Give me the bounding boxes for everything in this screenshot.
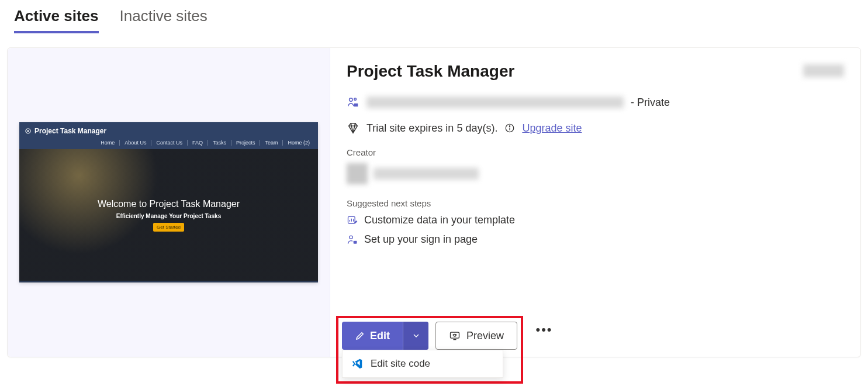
svg-rect-10	[354, 240, 357, 243]
thumb-hero-sub: Efficiently Manage Your Project Tasks	[116, 213, 222, 219]
actions-row: Edit	[336, 316, 558, 384]
more-button[interactable]: •••	[530, 316, 558, 344]
upgrade-link[interactable]: Upgrade site	[522, 122, 582, 135]
edit-dropdown: Edit site code	[342, 350, 503, 378]
creator-name-blur: ■■■■■■■■■■■■	[374, 168, 479, 180]
edit-split-button: Edit	[342, 322, 428, 350]
tabs: Active sites Inactive sites	[0, 0, 868, 33]
thumb-nav: Home About Us Contact Us FAQ Tasks Proje…	[25, 135, 312, 149]
svg-point-9	[350, 236, 352, 239]
ellipsis-icon: •••	[535, 322, 552, 337]
creator-row: ■■■■■■■■■■■■	[347, 163, 844, 184]
suggested-label: Suggested next steps	[347, 198, 844, 208]
vscode-icon	[351, 357, 364, 370]
people-lock-icon	[347, 96, 359, 109]
svg-point-1	[27, 130, 29, 132]
thumb-cta: Get Started	[153, 223, 184, 232]
thumb-hero-title: Welcome to Project Task Manager	[98, 199, 240, 209]
info-icon[interactable]	[504, 123, 515, 133]
pencil-icon	[355, 330, 365, 341]
edit-site-code-item[interactable]: Edit site code	[343, 350, 503, 377]
top-right-blur	[803, 64, 844, 77]
details-panel: Project Task Manager ■■■■■■■■■■■■■■■■■■■…	[330, 48, 860, 357]
site-card: Project Task Manager Home About Us Conta…	[7, 47, 861, 357]
svg-point-2	[350, 98, 353, 102]
chart-edit-icon	[347, 215, 358, 226]
trial-text: Trial site expires in 5 day(s).	[366, 122, 497, 135]
owner-row: ■■■■■■■■■■■■■■■■■■■■■■■■■■■■■■■■■ - Priv…	[347, 96, 844, 109]
edit-site-code-label: Edit site code	[371, 358, 430, 370]
thumb-title: Project Task Manager	[25, 127, 312, 135]
site-title: Project Task Manager	[347, 62, 844, 81]
tab-active-sites[interactable]: Active sites	[14, 7, 99, 33]
chevron-down-icon	[411, 331, 421, 340]
highlight-annotation: Edit	[336, 316, 523, 384]
visibility-suffix: - Private	[631, 96, 670, 109]
step-customize[interactable]: Customize data in your template	[347, 214, 844, 226]
edit-label: Edit	[370, 330, 390, 342]
tab-inactive-sites[interactable]: Inactive sites	[120, 7, 208, 33]
preview-label: Preview	[466, 330, 504, 342]
creator-label: Creator	[347, 147, 844, 157]
svg-rect-11	[451, 332, 459, 338]
step-signin-label: Set up your sign in page	[364, 233, 478, 246]
diamond-icon	[347, 122, 359, 135]
svg-rect-4	[354, 104, 358, 107]
owner-blur: ■■■■■■■■■■■■■■■■■■■■■■■■■■■■■■■■■	[366, 96, 624, 108]
edit-dropdown-toggle[interactable]	[403, 322, 428, 350]
svg-point-7	[510, 126, 510, 126]
step-signin[interactable]: Set up your sign in page	[347, 233, 844, 246]
thumbnail-panel: Project Task Manager Home About Us Conta…	[8, 48, 330, 357]
step-customize-label: Customize data in your template	[364, 214, 515, 226]
person-lock-icon	[347, 234, 358, 246]
preview-icon	[449, 330, 461, 342]
site-thumbnail[interactable]: Project Task Manager Home About Us Conta…	[19, 122, 318, 282]
svg-point-3	[354, 98, 357, 101]
creator-avatar	[347, 163, 368, 184]
preview-button[interactable]: Preview	[435, 322, 517, 350]
edit-button[interactable]: Edit	[342, 322, 403, 350]
trial-row: Trial site expires in 5 day(s). Upgrade …	[347, 122, 844, 135]
